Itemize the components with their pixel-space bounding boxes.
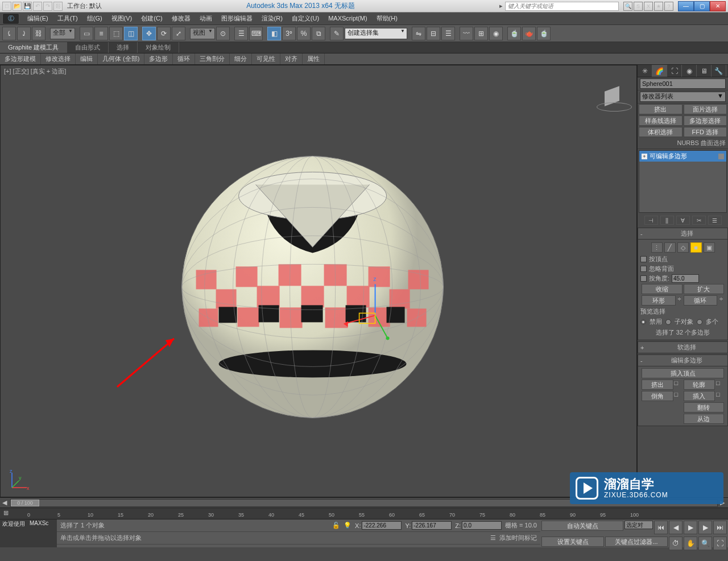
render-setup-icon[interactable]: 🍵 xyxy=(507,27,521,40)
trackbar-toggle-icon[interactable]: ⊞ xyxy=(3,509,9,517)
move-icon[interactable]: ✥ xyxy=(142,27,156,40)
border-level-icon[interactable]: ◇ xyxy=(677,242,689,253)
qat-new-icon[interactable]: □ xyxy=(2,2,11,11)
flip-button[interactable]: 翻转 xyxy=(684,402,725,412)
exchange-icon[interactable]: X xyxy=(644,2,653,11)
spinner-snap-icon[interactable]: ⧉ xyxy=(312,27,325,40)
time-slider-thumb[interactable]: 0 / 100 xyxy=(11,500,39,506)
isolate-icon[interactable]: 💡 xyxy=(344,522,351,529)
goto-end-icon[interactable]: ⏭ xyxy=(713,521,727,534)
play-icon[interactable]: ▶ xyxy=(684,521,697,534)
shrink-button[interactable]: 收缩 xyxy=(642,284,682,294)
percent-snap-icon[interactable]: % xyxy=(297,27,311,40)
ribbon-panel[interactable]: 可见性 xyxy=(252,53,280,64)
key-selset-field[interactable] xyxy=(624,521,653,529)
ribbon-panel[interactable]: 对齐 xyxy=(280,53,303,64)
viewport-label[interactable]: [+] [正交] [真实 + 边面] xyxy=(4,67,66,76)
coord-x-field[interactable] xyxy=(362,521,402,530)
edge-level-icon[interactable]: ╱ xyxy=(664,242,676,253)
btn-spline-select[interactable]: 样条线选择 xyxy=(639,116,682,126)
insert-button[interactable]: 插入 xyxy=(684,391,715,401)
manip-icon[interactable]: ☰ xyxy=(234,27,248,40)
from-edge-button[interactable]: 从边 xyxy=(684,414,725,424)
qat-link-icon[interactable]: ⛓ xyxy=(53,2,63,11)
menu-item[interactable]: 视图(V) xyxy=(107,14,137,23)
render-icon[interactable]: 🍵 xyxy=(537,27,551,40)
render-frame-icon[interactable]: 🫖 xyxy=(522,27,536,40)
ribbon-panel[interactable]: 修改选择 xyxy=(41,53,76,64)
polygon-level-icon[interactable]: ■ xyxy=(690,242,702,253)
application-menu-button[interactable]: Ⓔ xyxy=(2,13,19,24)
ribbon-tab[interactable]: 自由形式 xyxy=(67,42,109,53)
preview-subobj-radio[interactable] xyxy=(665,319,671,325)
bevel-button[interactable]: 倒角 xyxy=(642,391,673,401)
ribbon-panel[interactable]: 多边形建模 xyxy=(0,53,41,64)
vp-zoom-icon[interactable]: 🔍 xyxy=(698,537,712,550)
ribbon-panel[interactable]: 几何体 (全部) xyxy=(98,53,144,64)
display-tab-icon[interactable]: 🖥 xyxy=(697,65,712,77)
ribbon-panel[interactable]: 三角剖分 xyxy=(195,53,230,64)
add-time-tag[interactable]: 添加时间标记 xyxy=(499,534,537,542)
script-listener[interactable]: 欢迎使用 MAXSc xyxy=(0,519,57,547)
select-object-icon[interactable]: ▭ xyxy=(80,27,93,40)
named-sel-edit-icon[interactable]: ✎ xyxy=(330,27,344,40)
select-name-icon[interactable]: ≡ xyxy=(94,27,108,40)
selection-filter-combo[interactable]: 全部 xyxy=(50,28,75,39)
preview-multi-radio[interactable] xyxy=(697,319,702,325)
btn-extrude-mod[interactable]: 挤出 xyxy=(639,104,682,114)
btn-patch-select[interactable]: 面片选择 xyxy=(684,104,727,114)
schematic-icon[interactable]: ⊞ xyxy=(474,27,488,40)
rollout-selection[interactable]: -选择 xyxy=(638,228,728,240)
modify-tab-icon[interactable]: 🌈 xyxy=(652,65,667,77)
menu-item[interactable]: 修改器 xyxy=(167,14,195,23)
setkey-button[interactable]: 设置关键点 xyxy=(541,537,604,547)
unlink-icon[interactable]: ⤸ xyxy=(17,27,31,40)
viewcube[interactable] xyxy=(602,85,625,108)
ribbon-panel[interactable]: 编辑 xyxy=(76,53,98,64)
workspace-selector[interactable]: 工作台: 默认 xyxy=(67,2,102,10)
ribbon-tab[interactable]: 选择 xyxy=(109,42,138,53)
angle-snap-icon[interactable]: 3ᵒ xyxy=(282,27,296,40)
grow-button[interactable]: 扩大 xyxy=(684,284,725,294)
rollout-editpoly[interactable]: -编辑多边形 xyxy=(638,354,728,366)
coord-z-field[interactable] xyxy=(462,521,502,530)
by-vertex-checkbox[interactable] xyxy=(640,256,647,262)
utilities-tab-icon[interactable]: 🔧 xyxy=(712,65,726,77)
goto-start-icon[interactable]: ⏮ xyxy=(654,521,668,534)
prev-frame-icon[interactable]: ◀ xyxy=(669,521,682,534)
angle-spinner[interactable] xyxy=(672,274,699,283)
mirror-icon[interactable]: ⇋ xyxy=(412,27,425,40)
insert-vertex-button[interactable]: 插入顶点 xyxy=(642,368,724,378)
named-selection-combo[interactable]: 创建选择集 xyxy=(345,28,407,39)
modifier-list-combo[interactable]: 修改器列表▼ xyxy=(640,92,726,102)
subscription-icon[interactable]: S xyxy=(634,2,643,11)
rollout-softsel[interactable]: +软选择 xyxy=(638,341,728,353)
link-icon[interactable]: ⤹ xyxy=(2,27,16,40)
timeline-left-icon[interactable]: ◀ xyxy=(2,499,8,506)
menu-item[interactable]: 组(G) xyxy=(82,14,107,23)
search-input[interactable] xyxy=(505,2,619,11)
favorite-icon[interactable]: ★ xyxy=(654,2,663,11)
snap-toggle-icon[interactable]: ◧ xyxy=(267,27,281,40)
maximize-button[interactable]: ▢ xyxy=(694,1,710,11)
create-tab-icon[interactable]: ✳ xyxy=(638,65,652,77)
ribbon-tab[interactable]: 对象绘制 xyxy=(138,42,179,53)
hierarchy-tab-icon[interactable]: ⛶ xyxy=(667,65,682,77)
bind-icon[interactable]: ⛓ xyxy=(32,27,46,40)
qat-open-icon[interactable]: 📂 xyxy=(13,2,22,11)
time-config-icon[interactable]: ⏱ xyxy=(669,537,682,550)
qat-save-icon[interactable]: 💾 xyxy=(23,2,32,11)
btn-ffd-select[interactable]: FFD 选择 xyxy=(684,127,727,137)
menu-item[interactable]: 帮助(H) xyxy=(372,14,402,23)
minimize-button[interactable]: — xyxy=(678,1,694,11)
by-angle-checkbox[interactable] xyxy=(640,275,647,282)
menu-item[interactable]: 编辑(E) xyxy=(23,14,53,23)
material-editor-icon[interactable]: ◉ xyxy=(489,27,503,40)
ring-button[interactable]: 环形 xyxy=(642,295,676,306)
pin-stack-icon[interactable]: ⊣ xyxy=(644,216,658,225)
unique-icon[interactable]: ∀ xyxy=(676,216,690,225)
coord-y-field[interactable] xyxy=(412,521,452,530)
remove-mod-icon[interactable]: ✂ xyxy=(692,216,706,225)
scale-icon[interactable]: ⤢ xyxy=(172,27,185,40)
qat-redo-icon[interactable]: ↷ xyxy=(43,2,52,11)
